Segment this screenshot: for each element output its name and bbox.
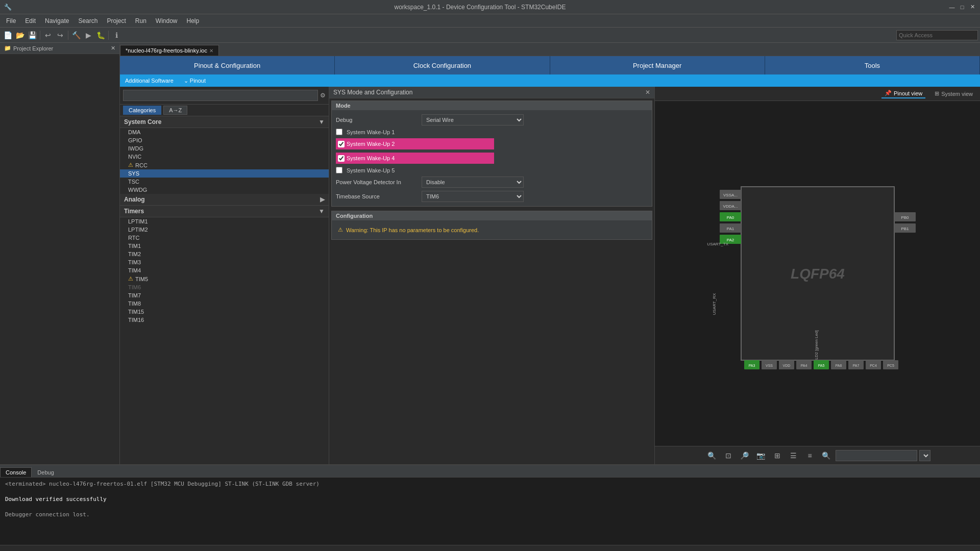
pinout-icon: 📌 [885, 90, 892, 96]
tab-tools[interactable]: Tools [765, 56, 980, 74]
console-tab[interactable]: Console [0, 467, 32, 477]
menu-window[interactable]: Window [152, 16, 182, 26]
system-core-arrow-icon: ▼ [318, 118, 325, 126]
wakeup2-checkbox[interactable] [338, 141, 345, 147]
ioc-tab-close[interactable]: ✕ [209, 48, 213, 54]
pin-filter-select[interactable] [919, 450, 930, 461]
cat-item-tsc[interactable]: TSC [120, 178, 329, 186]
cat-item-sys[interactable]: SYS [120, 169, 329, 178]
analog-category[interactable]: Analog ▶ [120, 194, 329, 206]
cat-item-gpio[interactable]: GPIO [120, 136, 329, 144]
fit-view-btn[interactable]: ⊡ [721, 448, 736, 463]
sys-mode-title: SYS Mode and Configuration ✕ [329, 87, 654, 98]
redo-button[interactable]: ↪ [55, 30, 66, 41]
pin-search-input[interactable] [836, 450, 917, 461]
menu-run[interactable]: Run [131, 16, 151, 26]
config-body: ⚠ Warning: This IP has no parameters to … [332, 220, 652, 239]
quick-access-input[interactable] [896, 30, 978, 40]
open-button[interactable]: 📂 [14, 30, 26, 41]
cat-item-wwdg[interactable]: WWDG [120, 186, 329, 194]
filter-categories-btn[interactable]: Categories [123, 106, 161, 115]
svg-text:PA7: PA7 [852, 364, 859, 367]
pinout-view-btn[interactable]: 📌 Pinout view [881, 89, 925, 98]
menu-file[interactable]: File [2, 16, 20, 26]
timers-label: Timers [124, 208, 144, 215]
cat-item-tim1[interactable]: TIM1 [120, 242, 329, 250]
cat-item-tim8[interactable]: TIM8 [120, 299, 329, 308]
category-search-input[interactable] [123, 90, 318, 101]
zoom-out-btn[interactable]: 🔎 [738, 448, 752, 463]
menu-search[interactable]: Search [74, 16, 102, 26]
menu-edit[interactable]: Edit [21, 16, 40, 26]
debug-select[interactable]: Serial Wire JTAG No Debug [422, 114, 524, 126]
sys-close-button[interactable]: ✕ [645, 89, 650, 96]
rows-btn[interactable]: ≡ [803, 448, 817, 463]
wakeup1-checkbox[interactable] [336, 129, 342, 135]
explorer-tree [0, 54, 119, 464]
cat-item-tim6[interactable]: TIM6 [120, 283, 329, 291]
debug-button[interactable]: 🐛 [95, 30, 106, 41]
wakeup5-checkbox[interactable] [336, 167, 342, 173]
pvd-select[interactable]: Disable Enable [422, 177, 524, 188]
wakeup1-label: System Wake-Up 1 [347, 129, 395, 135]
save-button[interactable]: 💾 [27, 30, 38, 41]
maximize-button[interactable]: □ [959, 4, 966, 11]
run-button[interactable]: ▶ [83, 30, 94, 41]
right-panel: 📌 Pinout view ⊞ System view [654, 87, 980, 464]
menu-project[interactable]: Project [103, 16, 130, 26]
cat-item-rcc[interactable]: ⚠ RCC [120, 161, 329, 169]
minimize-button[interactable]: — [948, 4, 955, 11]
new-button[interactable]: 📄 [2, 30, 13, 41]
cat-item-tim3[interactable]: TIM3 [120, 258, 329, 266]
zoom-in-btn[interactable]: 🔍 [705, 448, 719, 463]
undo-button[interactable]: ↩ [42, 30, 54, 41]
menu-navigate[interactable]: Navigate [41, 16, 73, 26]
cat-item-iwdg[interactable]: IWDG [120, 144, 329, 153]
console-line1: <terminated> nucleo-l476rg-freertos-01.e… [5, 481, 975, 487]
cat-item-tim16[interactable]: TIM16 [120, 316, 329, 324]
tab-pinout-config[interactable]: Pinout & Configuration [120, 56, 335, 74]
pinout-btn[interactable]: ⌄ Pinout [184, 78, 206, 84]
cat-item-tim7[interactable]: TIM7 [120, 291, 329, 299]
cat-item-lptim2[interactable]: LPTIM2 [120, 226, 329, 234]
search-pin-btn[interactable]: 🔍 [819, 448, 834, 463]
wakeup5-label: System Wake-Up 5 [347, 167, 395, 173]
cat-item-lptim1[interactable]: LPTIM1 [120, 217, 329, 226]
cat-item-nvic[interactable]: NVIC [120, 153, 329, 161]
system-view-btn[interactable]: ⊞ System view [932, 89, 976, 98]
pinout-body: LQFP64 VSSA... VDDA... PA0 PA1 [655, 101, 980, 446]
layout-btn[interactable]: ⊞ [770, 448, 785, 463]
additional-software-btn[interactable]: Additional Software [125, 78, 174, 84]
screenshot-btn[interactable]: 📷 [754, 448, 768, 463]
timers-category[interactable]: Timers ▼ [120, 206, 329, 217]
wakeup4-checkbox[interactable] [338, 155, 345, 162]
svg-text:PB0: PB0 [901, 215, 909, 220]
left-panel: ⚙ Categories A→Z System Core ▼ [120, 87, 329, 464]
columns-btn[interactable]: ☰ [787, 448, 801, 463]
tab-project-manager[interactable]: Project Manager [550, 56, 765, 74]
wakeup5-row: System Wake-Up 5 [336, 167, 648, 173]
menu-help[interactable]: Help [183, 16, 204, 26]
console-scrollbar[interactable] [0, 545, 980, 551]
explorer-close-icon[interactable]: ✕ [111, 45, 115, 52]
rtc-label: RTC [128, 235, 139, 241]
cat-item-tim2[interactable]: TIM2 [120, 250, 329, 258]
chip-area: LQFP64 VSSA... VDDA... PA0 PA1 [655, 101, 980, 446]
warning-text: Warning: This IP has no parameters to be… [346, 227, 479, 233]
cat-item-rtc[interactable]: RTC [120, 234, 329, 242]
close-button[interactable]: ✕ [969, 4, 976, 11]
info-button[interactable]: ℹ [111, 30, 122, 41]
cat-item-tim5[interactable]: ⚠ TIM5 [120, 274, 329, 283]
system-core-category[interactable]: System Core ▼ [120, 116, 329, 128]
timebase-select[interactable]: TIM6 TIM1 TIM2 [422, 191, 524, 202]
build-button[interactable]: 🔨 [70, 30, 82, 41]
tab-clock-config[interactable]: Clock Configuration [335, 56, 550, 74]
cat-item-tim15[interactable]: TIM15 [120, 308, 329, 316]
debug-tab[interactable]: Debug [32, 467, 59, 477]
filter-az-btn[interactable]: A→Z [163, 106, 187, 115]
ioc-tab[interactable]: *nucleo-l476rg-freertos-blinky.ioc ✕ [120, 45, 219, 56]
cat-item-tim4[interactable]: TIM4 [120, 266, 329, 274]
timebase-row: Timebase Source TIM6 TIM1 TIM2 [336, 191, 648, 202]
cat-item-dma[interactable]: DMA [120, 128, 329, 136]
search-settings-icon[interactable]: ⚙ [320, 92, 326, 99]
